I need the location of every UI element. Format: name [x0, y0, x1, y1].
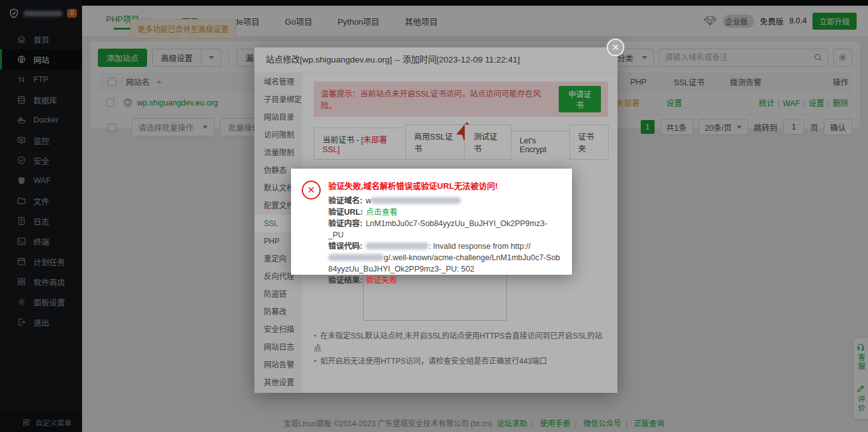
- view-url-link[interactable]: 点击查看: [366, 208, 398, 217]
- verify-result-line: 验证结果:验证失败: [328, 275, 562, 286]
- verify-domain-line: 验证域名:w: [328, 195, 562, 207]
- verify-fail-alert: ✕ 验证失败,域名解析错误或验证URL无法被访问! 验证域名:w 验证URL:点…: [291, 169, 572, 275]
- error-circle-x-icon: ✕: [302, 181, 321, 200]
- modal-close-button[interactable]: ✕: [607, 39, 624, 56]
- verify-content-line: 验证内容:LnM1mbJu0c7-Sob84yyzUu_BuJHYI_Ok2PP…: [328, 218, 562, 241]
- redacted-ip: [366, 243, 429, 249]
- redacted-domain: [371, 197, 461, 204]
- close-icon: ✕: [612, 42, 619, 52]
- verify-url-line: 验证URL:点击查看: [328, 207, 562, 218]
- verify-result-value: 验证失败: [366, 276, 397, 285]
- error-code-line: 错误代码:: Invalid response from http://g/.w…: [328, 241, 562, 275]
- redacted-url: [328, 254, 384, 261]
- alert-title: 验证失败,域名解析错误或验证URL无法被访问!: [328, 181, 562, 192]
